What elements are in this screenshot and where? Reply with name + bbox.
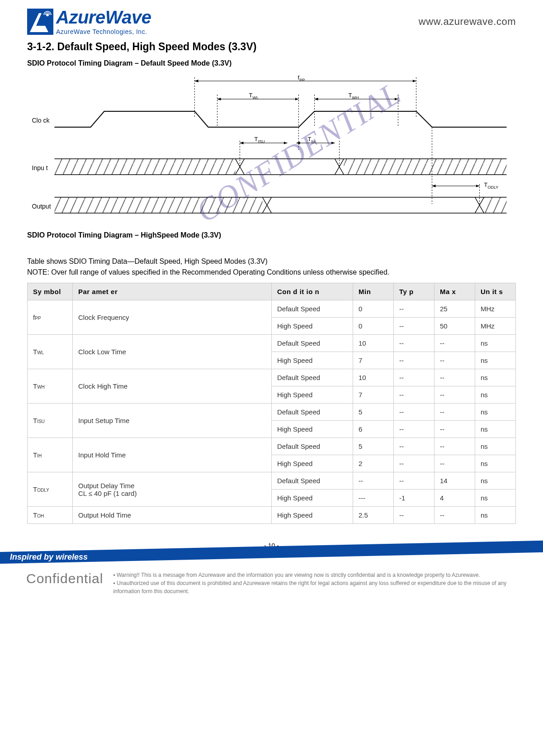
col-units: Un it s xyxy=(475,283,516,300)
cell-units: ns xyxy=(475,507,516,524)
cell-typ: -- xyxy=(394,455,434,472)
svg-text:TODLY: TODLY xyxy=(484,181,499,190)
cell-parameter: Clock Frequency xyxy=(73,300,272,335)
col-parameter: Par amet er xyxy=(73,283,272,300)
footer-warning-2: Unauthorized use of this document is pro… xyxy=(113,579,532,595)
table-row: TWHClock High TimeDefault Speed10----ns xyxy=(28,369,516,386)
cell-typ: -- xyxy=(394,404,434,421)
cell-cond: High Speed xyxy=(272,352,353,369)
cell-parameter: Clock Low Time xyxy=(73,335,272,369)
cell-units: ns xyxy=(475,421,516,438)
svg-rect-33 xyxy=(55,197,263,213)
cell-max: 25 xyxy=(434,300,475,318)
col-symbol: Sy mbol xyxy=(28,283,73,300)
cell-symbol: TIH xyxy=(28,438,73,472)
logo-icon xyxy=(27,9,53,35)
cell-parameter: Input Setup Time xyxy=(73,404,272,438)
col-typ: Ty p xyxy=(394,283,434,300)
cell-cond: High Speed xyxy=(272,490,353,507)
cell-min: 2 xyxy=(353,455,394,472)
table-row: TWLClock Low TimeDefault Speed10----ns xyxy=(28,335,516,352)
svg-text:Inpu t: Inpu t xyxy=(32,164,48,171)
cell-units: ns xyxy=(475,472,516,490)
confidential-label: Confidential xyxy=(26,571,103,586)
cell-cond: High Speed xyxy=(272,507,353,524)
cell-parameter: Output Hold Time xyxy=(73,507,272,524)
cell-symbol: fPP xyxy=(28,300,73,335)
cell-max: -- xyxy=(434,404,475,421)
cell-cond: Default Speed xyxy=(272,300,353,318)
cell-cond: High Speed xyxy=(272,421,353,438)
subheading-1: SDIO Protocol Timing Diagram – Default S… xyxy=(27,59,516,67)
cell-typ: -- xyxy=(394,369,434,386)
cell-units: MHz xyxy=(475,300,516,318)
cell-symbol: TISU xyxy=(28,404,73,438)
cell-min: 0 xyxy=(353,300,394,318)
table-row: TISUInput Setup TimeDefault Speed5----ns xyxy=(28,404,516,421)
svg-text:Output: Output xyxy=(32,203,51,210)
svg-text:TWL: TWL xyxy=(249,92,259,100)
col-condition: Con d it io n xyxy=(272,283,353,300)
cell-cond: Default Speed xyxy=(272,335,353,352)
cell-units: ns xyxy=(475,455,516,472)
section-heading: 3-1-2. Default Speed, High Speed Modes (… xyxy=(27,41,516,53)
page-footer: Inspired by wireless Confidential Warnin… xyxy=(0,552,543,601)
svg-rect-22 xyxy=(55,159,236,175)
svg-point-1 xyxy=(46,14,49,16)
table-note: NOTE: Over full range of values specifie… xyxy=(27,268,516,276)
cell-max: -- xyxy=(434,369,475,386)
cell-typ: -1 xyxy=(394,490,434,507)
timing-data-table: Sy mbol Par amet er Con d it io n Min Ty… xyxy=(27,283,516,524)
cell-typ: -- xyxy=(394,318,434,335)
cell-min: 6 xyxy=(353,421,394,438)
cell-max: -- xyxy=(434,421,475,438)
cell-min: -- xyxy=(353,472,394,490)
logo-block: AzureWave AzureWave Technologies, Inc. xyxy=(27,8,151,35)
cell-typ: -- xyxy=(394,300,434,318)
cell-min: --- xyxy=(353,490,394,507)
cell-symbol: TOH xyxy=(28,507,73,524)
cell-units: ns xyxy=(475,369,516,386)
cell-cond: High Speed xyxy=(272,318,353,335)
cell-cond: Default Speed xyxy=(272,369,353,386)
footer-warning-1: Warning!! This is a message from Azurewa… xyxy=(113,571,532,579)
cell-symbol: TWL xyxy=(28,335,73,369)
svg-rect-23 xyxy=(344,159,507,175)
table-row: TODLYOutput Delay TimeCL ≤ 40 pF (1 card… xyxy=(28,472,516,490)
cell-typ: -- xyxy=(394,335,434,352)
cell-min: 0 xyxy=(353,318,394,335)
svg-text:TIH: TIH xyxy=(308,136,316,144)
svg-rect-34 xyxy=(484,197,507,213)
cell-max: -- xyxy=(434,455,475,472)
col-max: Ma x xyxy=(434,283,475,300)
cell-typ: -- xyxy=(394,352,434,369)
cell-min: 2.5 xyxy=(353,507,394,524)
cell-units: ns xyxy=(475,352,516,369)
company-url: www.azurewave.com xyxy=(419,16,516,28)
cell-typ: -- xyxy=(394,472,434,490)
cell-units: ns xyxy=(475,438,516,455)
cell-min: 10 xyxy=(353,369,394,386)
table-row: TOHOutput Hold TimeHigh Speed2.5----ns xyxy=(28,507,516,524)
cell-cond: Default Speed xyxy=(272,404,353,421)
footer-tagline: Inspired by wireless xyxy=(10,552,88,561)
table-row: fPPClock FrequencyDefault Speed0--25MHz xyxy=(28,300,516,318)
col-min: Min xyxy=(353,283,394,300)
cell-units: ns xyxy=(475,335,516,352)
cell-min: 5 xyxy=(353,438,394,455)
cell-parameter: Output Delay TimeCL ≤ 40 pF (1 card) xyxy=(73,472,272,507)
cell-max: 14 xyxy=(434,472,475,490)
cell-typ: -- xyxy=(394,421,434,438)
cell-units: MHz xyxy=(475,318,516,335)
subheading-2: SDIO Protocol Timing Diagram – HighSpeed… xyxy=(27,231,516,239)
footer-warnings: Warning!! This is a message from Azurewa… xyxy=(113,571,532,595)
cell-typ: -- xyxy=(394,438,434,455)
table-caption: Table shows SDIO Timing Data—Default Spe… xyxy=(27,257,516,266)
cell-max: -- xyxy=(434,438,475,455)
cell-units: ns xyxy=(475,490,516,507)
cell-symbol: TODLY xyxy=(28,472,73,507)
cell-min: 10 xyxy=(353,335,394,352)
cell-min: 7 xyxy=(353,386,394,404)
table-row: TIHInput Hold TimeDefault Speed5----ns xyxy=(28,438,516,455)
cell-typ: -- xyxy=(394,507,434,524)
